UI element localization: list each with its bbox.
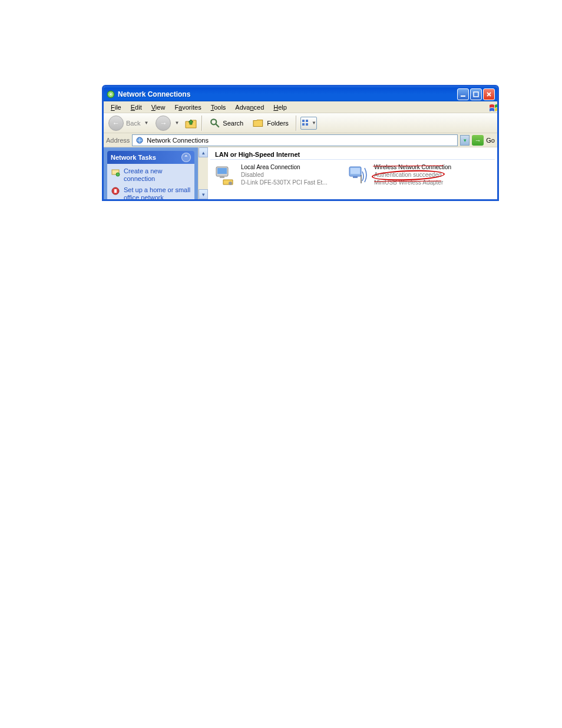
connection-item-wireless[interactable]: Wireless Network Connection Authenticati… bbox=[346, 163, 470, 187]
address-input[interactable]: Network Connections bbox=[132, 134, 458, 146]
svg-rect-20 bbox=[353, 176, 358, 178]
menu-bar: File Edit View Favorites Tools Advanced … bbox=[104, 101, 497, 113]
forward-button[interactable]: → ▼ bbox=[153, 114, 181, 132]
connection-item-lan[interactable]: Local Area Connection Disabled D-Link DF… bbox=[213, 163, 336, 187]
connection-device: MiniUSB Wireless Adapter bbox=[374, 179, 451, 186]
up-folder-button[interactable] bbox=[184, 116, 198, 130]
svg-point-11 bbox=[116, 173, 120, 176]
window-title: Network Connections bbox=[118, 90, 457, 98]
lan-connection-icon bbox=[213, 163, 236, 187]
windows-logo-icon bbox=[484, 103, 496, 112]
connection-status: Disabled bbox=[241, 171, 328, 179]
connection-status: Authentication succeeded bbox=[374, 171, 451, 179]
menu-favorites[interactable]: Favorites bbox=[170, 103, 206, 112]
back-button[interactable]: ← Back ▼ bbox=[106, 114, 151, 132]
forward-arrow-icon: → bbox=[156, 116, 171, 131]
network-tasks-header[interactable]: Network Tasks ⌃ bbox=[107, 151, 194, 164]
address-dropdown-button[interactable]: ▾ bbox=[460, 135, 470, 146]
wireless-connection-icon bbox=[346, 163, 369, 187]
go-button[interactable]: → bbox=[472, 135, 484, 146]
go-label: Go bbox=[486, 137, 495, 144]
svg-rect-16 bbox=[220, 176, 224, 178]
scroll-up-button[interactable]: ▴ bbox=[199, 147, 208, 157]
main-pane[interactable]: LAN or High-Speed Internet Lo bbox=[208, 147, 497, 199]
setup-network-icon bbox=[111, 186, 120, 196]
svg-line-4 bbox=[216, 124, 219, 127]
menu-edit[interactable]: Edit bbox=[126, 103, 147, 112]
separator bbox=[296, 116, 297, 131]
new-connection-icon bbox=[111, 167, 120, 177]
search-label: Search bbox=[223, 120, 243, 127]
folders-button[interactable]: Folders bbox=[249, 117, 292, 130]
sidebar: Network Tasks ⌃ Create a new connec bbox=[104, 147, 198, 199]
chevron-up-icon: ⌃ bbox=[184, 154, 189, 160]
back-arrow-icon: ← bbox=[108, 116, 124, 131]
minimize-button[interactable] bbox=[457, 88, 469, 100]
address-label: Address bbox=[106, 137, 130, 144]
menu-help[interactable]: Help bbox=[269, 103, 292, 112]
collapse-button[interactable]: ⌃ bbox=[181, 153, 191, 162]
svg-rect-15 bbox=[217, 168, 227, 174]
svg-rect-1 bbox=[461, 95, 465, 97]
svg-rect-7 bbox=[302, 123, 305, 126]
svg-rect-19 bbox=[351, 168, 360, 174]
chevron-down-icon: ▾ bbox=[464, 137, 467, 143]
maximize-button[interactable] bbox=[470, 88, 482, 100]
scroll-down-button[interactable]: ▾ bbox=[199, 189, 208, 199]
network-tasks-title: Network Tasks bbox=[111, 154, 156, 161]
svg-rect-13 bbox=[114, 189, 117, 193]
group-header: LAN or High-Speed Internet bbox=[210, 149, 495, 160]
chevron-up-icon: ▴ bbox=[202, 150, 205, 156]
menu-file[interactable]: File bbox=[106, 103, 126, 112]
connection-device: D-Link DFE-530TX PCI Fast Et... bbox=[241, 179, 328, 186]
folders-icon bbox=[253, 118, 265, 129]
views-button[interactable]: ▼ bbox=[300, 117, 317, 130]
content-area: Network Tasks ⌃ Create a new connec bbox=[104, 147, 497, 199]
menu-tools[interactable]: Tools bbox=[206, 103, 231, 112]
address-bar: Address Network Connections ▾ → Go bbox=[104, 133, 497, 147]
connection-name: Local Area Connection bbox=[241, 163, 328, 171]
task-link-create-connection[interactable]: Create a new connection bbox=[111, 167, 191, 183]
svg-rect-8 bbox=[306, 123, 308, 126]
close-button[interactable] bbox=[483, 88, 495, 100]
search-icon bbox=[210, 118, 220, 129]
scroll-track[interactable] bbox=[199, 157, 208, 189]
connection-name: Wireless Network Connection bbox=[374, 163, 451, 171]
network-tasks-panel: Network Tasks ⌃ Create a new connec bbox=[107, 151, 194, 199]
chevron-down-icon: ▾ bbox=[202, 192, 205, 197]
separator bbox=[201, 116, 203, 131]
svg-rect-2 bbox=[474, 92, 478, 97]
svg-point-3 bbox=[211, 119, 217, 124]
go-arrow-icon: → bbox=[475, 137, 481, 144]
svg-point-17 bbox=[229, 182, 232, 185]
views-icon bbox=[301, 118, 310, 128]
task-link-label: Create a new connection bbox=[124, 167, 191, 183]
app-icon bbox=[106, 90, 115, 99]
back-label: Back bbox=[126, 120, 140, 127]
network-folder-icon bbox=[135, 136, 144, 145]
search-button[interactable]: Search bbox=[206, 117, 247, 130]
sidebar-scrollbar[interactable]: ▴ ▾ bbox=[198, 147, 208, 199]
dropdown-arrow-icon: ▼ bbox=[174, 120, 179, 126]
menu-advanced[interactable]: Advanced bbox=[230, 103, 269, 112]
address-value: Network Connections bbox=[147, 137, 209, 144]
toolbar: ← Back ▼ → ▼ Search Folders bbox=[104, 113, 497, 133]
title-bar[interactable]: Network Connections bbox=[104, 87, 497, 101]
task-link-setup-network[interactable]: Set up a home or small office network bbox=[111, 186, 191, 199]
svg-rect-5 bbox=[302, 120, 305, 122]
folders-label: Folders bbox=[267, 120, 289, 127]
svg-rect-6 bbox=[306, 120, 308, 122]
network-connections-window: Network Connections File Edit View Favor… bbox=[102, 85, 499, 201]
dropdown-arrow-icon: ▼ bbox=[312, 120, 316, 126]
menu-view[interactable]: View bbox=[147, 103, 170, 112]
task-link-label: Set up a home or small office network bbox=[124, 186, 191, 199]
dropdown-arrow-icon: ▼ bbox=[144, 120, 148, 126]
